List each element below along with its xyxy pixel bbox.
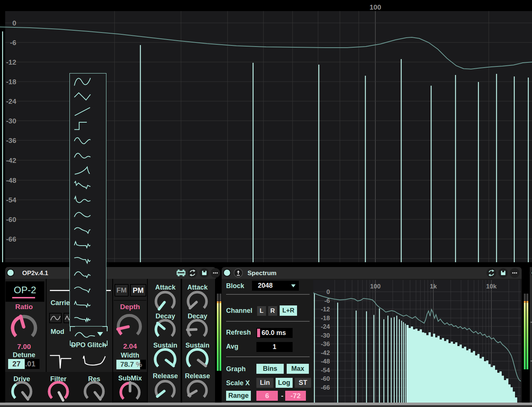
level-meter-bar	[219, 294, 221, 301]
carrier-wave-button-1[interactable]	[49, 313, 62, 323]
detune-field[interactable]: 27 .01	[8, 359, 40, 369]
wavetable-option-double-hump[interactable]	[71, 149, 104, 163]
wavetable-option-smooth-arch[interactable]	[71, 209, 104, 223]
spectrum-mini-display: 0-6-12-18-24-30-36-42-48-54-60-661001k10…	[313, 280, 521, 403]
range-high-field[interactable]: 6	[256, 391, 278, 401]
wavetable-option-kinked-sine[interactable]	[71, 194, 104, 208]
svg-text:0: 0	[327, 288, 330, 295]
avg-field[interactable]: 1	[256, 342, 293, 352]
channel-right-button[interactable]: R	[268, 306, 277, 316]
mod-wave-name: DPO Glitch	[70, 341, 108, 349]
avg-label: Avg	[226, 343, 238, 350]
wavetable-option-triangle[interactable]	[71, 89, 104, 103]
svg-text:-48: -48	[321, 358, 330, 365]
pm-mode-button[interactable]: PM	[130, 284, 146, 297]
refresh-field[interactable]: 60.0 ms	[256, 328, 293, 338]
depth-value[interactable]: 2.04	[113, 342, 147, 350]
channel-lr-button[interactable]: L+R	[280, 305, 297, 316]
avg-value: 1	[273, 343, 276, 351]
wave-dip-2-waveform-icon	[74, 287, 91, 292]
env1-decay-label: Decay	[150, 312, 181, 320]
save-icon[interactable]	[199, 268, 209, 278]
graph-max-button[interactable]: Max	[287, 364, 309, 374]
width-slider[interactable]: 78.7 %	[116, 360, 146, 369]
op2-device-activator-toggle[interactable]	[7, 269, 14, 277]
ableton-device-view: 0-6-12-18-24-30-36-42-48-54-60-66100 OP2…	[0, 0, 532, 407]
hot-swap-icon[interactable]	[486, 268, 497, 278]
width-value: 78.7	[120, 360, 134, 368]
save-icon[interactable]	[498, 268, 508, 278]
tab-op2[interactable]: OP-2	[6, 281, 44, 302]
svg-text:-42: -42	[6, 157, 16, 164]
more-icon[interactable]	[509, 268, 520, 278]
svg-text:-24: -24	[6, 98, 17, 105]
svg-text:-66: -66	[6, 235, 16, 243]
wavetable-option-sine-cycle[interactable]	[71, 134, 104, 148]
op2-env1-panel	[148, 279, 181, 403]
refresh-slider-handle[interactable]	[257, 329, 260, 337]
level-meter-gradient	[219, 303, 221, 371]
wavetable-option-square-step[interactable]	[71, 119, 104, 133]
spectrum-title-bar: Spectrum	[222, 267, 522, 279]
wavetable-option-saw-up[interactable]	[71, 105, 104, 119]
svg-text:-12: -12	[6, 58, 16, 66]
range-separator: -	[280, 391, 284, 401]
wavetable-option-sine-s[interactable]	[71, 75, 104, 89]
wavetable-option-exp-ramp[interactable]	[71, 164, 104, 178]
svg-text:-48: -48	[6, 177, 16, 184]
more-icon[interactable]	[210, 268, 221, 278]
sine-waveform-icon	[51, 316, 60, 321]
divider	[226, 321, 310, 322]
wavetable-dropdown-menu[interactable]	[69, 73, 106, 326]
fold-arrow-icon[interactable]	[233, 268, 243, 278]
range-button[interactable]: Range	[226, 391, 251, 401]
channel-left-button[interactable]: L	[257, 306, 266, 316]
block-size-dropdown[interactable]: 2048	[252, 281, 299, 291]
svg-text:-6: -6	[10, 39, 16, 47]
graph-bins-button[interactable]: Bins	[256, 364, 284, 374]
wavetable-option-wave-dip-2[interactable]	[71, 283, 104, 297]
mod-waveform-icon	[74, 329, 96, 339]
svg-text:-12: -12	[321, 306, 330, 313]
block-size-value: 2048	[258, 282, 273, 290]
chevron-down-icon[interactable]	[97, 332, 103, 336]
svg-text:-66: -66	[321, 384, 330, 391]
channel-label: Channel	[226, 307, 252, 315]
env1-sustain-label: Sustain	[150, 342, 181, 349]
wavetable-option-glitch-saw[interactable]	[71, 179, 104, 193]
wavetable-option-spike-flat-wiggle[interactable]	[71, 238, 104, 252]
mod-thumb-curve[interactable]	[82, 355, 106, 367]
chevron-down-icon	[291, 284, 296, 287]
scale-x-lin-button[interactable]: Lin	[256, 378, 273, 388]
level-meter-gradient	[217, 303, 219, 371]
detune-frac-value: .01	[25, 360, 35, 368]
double-wiggle-end-waveform-icon	[74, 317, 91, 321]
mod-thumb-square-decay[interactable]	[49, 353, 72, 370]
detune-label: Detune	[6, 351, 42, 359]
svg-text:-24: -24	[321, 323, 330, 330]
width-label: Width	[113, 352, 147, 359]
wavetable-option-ramp-wiggle[interactable]	[71, 253, 104, 267]
horizontal-scrollbar[interactable]	[0, 403, 532, 405]
scale-x-log-button[interactable]: Log	[276, 378, 293, 388]
wavetable-option-wave-end-dip[interactable]	[71, 223, 104, 237]
saw-up-waveform-icon	[75, 107, 90, 116]
divider	[226, 294, 310, 295]
svg-text:10k: 10k	[486, 283, 497, 290]
ratio-value[interactable]: 7.00	[6, 343, 42, 351]
scale-x-st-button[interactable]: ST	[295, 378, 311, 388]
spectrum-device-activator-toggle[interactable]	[223, 269, 231, 277]
range-low-field[interactable]: -72	[285, 391, 306, 401]
wavetable-option-double-wiggle-end[interactable]	[71, 313, 104, 327]
env2-release-label: Release	[182, 372, 213, 380]
hot-swap-icon[interactable]	[187, 268, 198, 278]
svg-text:-30: -30	[321, 332, 330, 339]
status-strip	[0, 405, 532, 407]
svg-text:0: 0	[12, 19, 16, 27]
scale-x-label: Scale X	[226, 379, 250, 387]
wavetable-option-arch-notch[interactable]	[71, 268, 104, 282]
divider	[226, 356, 310, 357]
wavetable-option-spike-flat-dip[interactable]	[71, 298, 104, 312]
level-meter-gradient	[526, 303, 528, 369]
fm-mode-button[interactable]: FM	[115, 284, 129, 297]
